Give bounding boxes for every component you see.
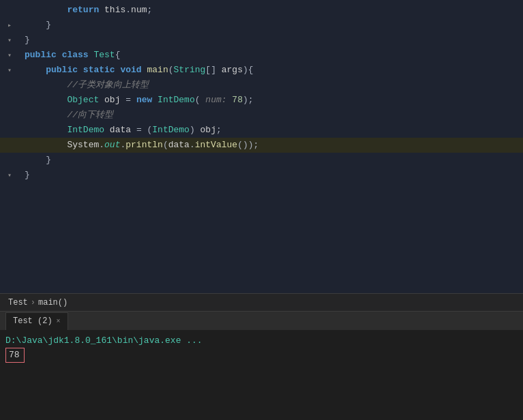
editor-area: return this.num; ▸ } ▾ } ▾ public class … [0, 0, 523, 293]
output-value: 78 [5, 348, 25, 363]
gutter: ▾ [0, 48, 19, 63]
terminal-command: D:\Java\jdk1.8.0_161\bin\java.exe ... [5, 334, 518, 348]
tab-bar: Test (2) × [0, 311, 523, 330]
fold-icon[interactable]: ▾ [5, 170, 14, 180]
fold-icon[interactable]: ▾ [5, 65, 14, 75]
tab-test[interactable]: Test (2) × [5, 312, 68, 330]
line-content: //子类对象向上转型 [19, 78, 523, 93]
terminal-area: D:\Java\jdk1.8.0_161\bin\java.exe ... 78 [0, 330, 523, 367]
gutter [0, 3, 19, 18]
breadcrumb-bar: Test › main() [0, 293, 523, 311]
gutter [0, 138, 19, 153]
line-content: return this.num; [19, 3, 523, 18]
gutter [0, 78, 19, 93]
code-line: ▾ public class Test{ [0, 48, 523, 63]
tab-label: Test (2) [13, 316, 53, 326]
line-content: public static void main(String[] args){ [19, 63, 523, 78]
breadcrumb-class: Test [8, 298, 28, 308]
gutter [0, 123, 19, 138]
code-line-highlighted: System.out.println(data.intValue()); [0, 138, 523, 153]
code-line: //子类对象向上转型 [0, 78, 523, 93]
gutter [0, 108, 19, 123]
code-line: } [0, 153, 523, 168]
fold-icon[interactable]: ▸ [5, 20, 14, 30]
line-content: //向下转型 [19, 108, 523, 123]
gutter: ▾ [0, 63, 19, 78]
line-content: System.out.println(data.intValue()); [19, 138, 523, 153]
code-line: ▾ } [0, 168, 523, 183]
terminal-section: D:\Java\jdk1.8.0_161\bin\java.exe ... 78… [0, 330, 523, 420]
terminal-output: 78 [5, 348, 518, 363]
code-line: ▾ } [0, 33, 523, 48]
code-line: ▾ public static void main(String[] args)… [0, 63, 523, 78]
line-content: public class Test{ [19, 48, 523, 63]
gutter: ▸ [0, 18, 19, 33]
code-line: //向下转型 [0, 108, 523, 123]
line-content: Object obj = new IntDemo( num: 78); [19, 93, 523, 108]
breadcrumb-separator: › [31, 298, 35, 308]
line-content: } [19, 153, 523, 168]
code-line: ▸ } [0, 18, 523, 33]
line-content: } [19, 33, 523, 48]
gutter [0, 93, 19, 108]
gutter: ▾ [0, 33, 19, 48]
gutter: ▾ [0, 168, 19, 183]
code-line: Object obj = new IntDemo( num: 78); [0, 93, 523, 108]
fold-icon[interactable]: ▾ [5, 50, 14, 60]
line-content: } [19, 168, 523, 183]
code-line: return this.num; [0, 3, 523, 18]
fold-icon[interactable]: ▾ [5, 35, 14, 45]
fold-icon[interactable] [5, 5, 14, 15]
breadcrumb-method: main() [38, 298, 68, 308]
line-content: IntDemo data = (IntDemo) obj; [19, 123, 523, 138]
gutter [0, 153, 19, 168]
line-content: } [19, 18, 523, 33]
tab-close-button[interactable]: × [57, 318, 61, 325]
code-line: IntDemo data = (IntDemo) obj; [0, 123, 523, 138]
